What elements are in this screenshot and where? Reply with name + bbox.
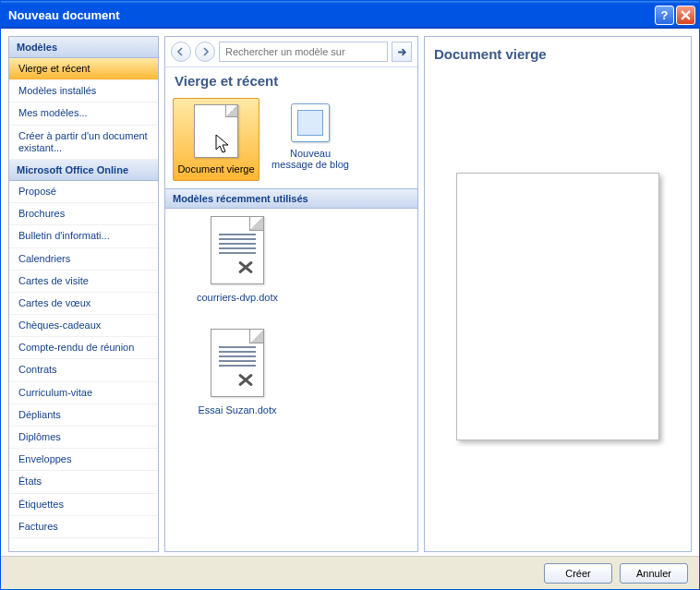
sidebar-item[interactable]: Bulletin d'informati... [9, 225, 158, 247]
sidebar-item[interactable]: Proposé [9, 181, 158, 203]
sidebar-item[interactable]: Étiquettes [9, 494, 158, 516]
window-title: Nouveau document [8, 8, 653, 22]
preview-panel: Document vierge [424, 36, 692, 552]
sidebar-header-templates: Modèles [9, 37, 158, 58]
sidebar-item[interactable]: Créer à partir d'un document existant... [9, 126, 158, 160]
sidebar-item[interactable]: Calendriers [9, 248, 158, 271]
help-button[interactable]: ? [655, 6, 674, 25]
recent-template-label: Essai Suzan.dotx [199, 404, 277, 415]
new-document-dialog: Nouveau document ? ModèlesVierge et réce… [0, 0, 700, 590]
search-input[interactable] [219, 42, 388, 62]
recent-template-item[interactable]: courriers-dvp.dotx [173, 216, 302, 303]
preview-title: Document vierge [434, 46, 682, 62]
close-button[interactable] [676, 6, 695, 25]
arrow-right-icon [397, 47, 407, 57]
sidebar-item[interactable]: Enveloppes [9, 449, 158, 471]
template-label: Nouveau message de blog [269, 148, 352, 170]
sidebar-item[interactable]: Modèles installés [9, 80, 158, 102]
sidebar-item[interactable]: Contrats [9, 359, 158, 381]
sidebar-item[interactable]: Cartes de vœux [9, 293, 158, 315]
template-item[interactable]: Nouveau message de blog [267, 98, 354, 181]
dialog-body: ModèlesVierge et récentModèles installés… [1, 29, 699, 556]
template-gallery: Vierge et récent Document viergeNouveau … [164, 36, 418, 552]
preview-thumbnail [456, 173, 659, 440]
template-file-icon [211, 216, 264, 284]
sidebar-item[interactable]: Brochures [9, 203, 158, 225]
sidebar-item[interactable]: États [9, 471, 158, 493]
sidebar-item[interactable]: Compte-rendu de réunion [9, 337, 158, 359]
recent-template-item[interactable]: Essai Suzan.dotx [173, 329, 302, 415]
create-button[interactable]: Créer [544, 563, 612, 584]
blank-document-icon [194, 104, 238, 158]
search-go-button[interactable] [392, 42, 412, 62]
template-sidebar: ModèlesVierge et récentModèles installés… [8, 36, 159, 552]
recent-template-label: courriers-dvp.dotx [197, 292, 278, 303]
section-title: Vierge et récent [165, 67, 417, 94]
nav-back-button[interactable] [171, 42, 191, 62]
sidebar-item[interactable]: Cartes de visite [9, 271, 158, 293]
sidebar-item[interactable]: Factures [9, 516, 158, 538]
titlebar: Nouveau document ? [1, 1, 699, 29]
sidebar-item[interactable]: Chèques-cadeaux [9, 315, 158, 337]
blog-post-icon [291, 103, 330, 142]
sidebar-item[interactable]: Diplômes [9, 427, 158, 449]
sidebar-item[interactable]: Dépliants [9, 404, 158, 427]
dialog-footer: Créer Annuler [1, 556, 699, 589]
sidebar-item[interactable]: Curriculum-vitae [9, 382, 158, 404]
sidebar-header-online: Microsoft Office Online [9, 160, 158, 181]
template-label: Document vierge [177, 163, 254, 175]
recent-header: Modèles récemment utilisés [165, 188, 417, 209]
sidebar-item[interactable]: Mes modèles... [9, 102, 158, 125]
cancel-button[interactable]: Annuler [620, 563, 688, 584]
nav-forward-button[interactable] [195, 42, 215, 62]
template-item[interactable]: Document vierge [173, 98, 259, 181]
sidebar-item[interactable]: Vierge et récent [9, 58, 158, 80]
close-icon [681, 10, 691, 20]
template-file-icon [211, 329, 264, 397]
arrow-left-icon [176, 47, 186, 56]
arrow-right-icon [200, 47, 210, 56]
gallery-toolbar [165, 37, 417, 67]
